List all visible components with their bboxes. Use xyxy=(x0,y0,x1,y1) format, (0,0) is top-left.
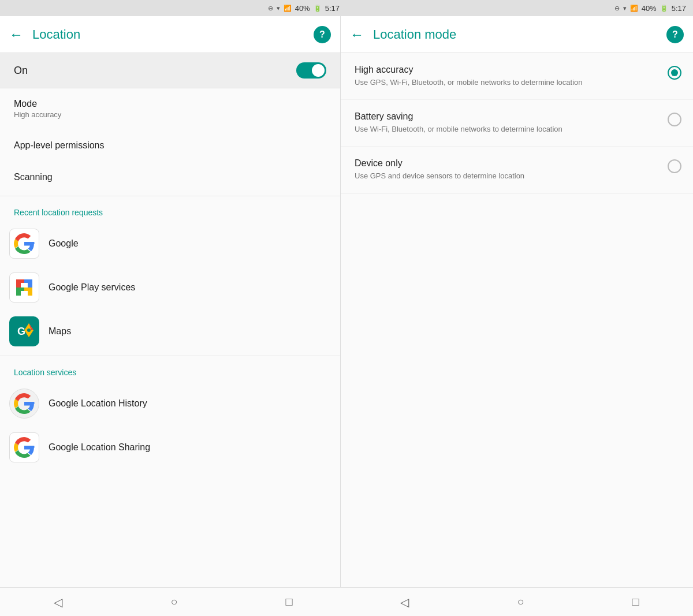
help-button-location-mode[interactable]: ? xyxy=(666,26,684,43)
battery-icon-right: 🔋 xyxy=(660,5,668,12)
menu-item-scanning[interactable]: Scanning xyxy=(0,162,340,193)
recent-nav-button-right[interactable]: □ xyxy=(620,591,650,613)
location-sharing-icon xyxy=(9,432,39,462)
home-nav-button-right[interactable]: ○ xyxy=(505,591,535,613)
radio-battery-saving[interactable]: Battery saving Use Wi-Fi, Bluetooth, or … xyxy=(341,100,693,147)
home-nav-button-left[interactable]: ○ xyxy=(159,591,189,613)
menu-item-permissions[interactable]: App-level permissions xyxy=(0,130,340,162)
status-bar-right: ⊖ ▾ 📶 40% 🔋 5:17 xyxy=(346,0,693,16)
high-accuracy-title: High accuracy xyxy=(355,65,668,75)
app-item-play-services[interactable]: Google Play services xyxy=(0,266,340,309)
divider-2 xyxy=(0,356,340,356)
status-bar-left: ⊖ ▾ 📶 40% 🔋 5:17 xyxy=(0,0,346,16)
battery-saving-content: Battery saving Use Wi-Fi, Bluetooth, or … xyxy=(355,111,668,135)
svg-text:G: G xyxy=(17,326,25,337)
back-button-location[interactable]: ← xyxy=(9,27,23,43)
app-item-location-sharing[interactable]: Google Location Sharing xyxy=(0,425,340,469)
menu-item-mode[interactable]: Mode High accuracy xyxy=(0,88,340,130)
radio-device-only[interactable]: Device only Use GPS and device sensors t… xyxy=(341,147,693,193)
svg-point-9 xyxy=(27,328,31,332)
radio-button-battery-saving[interactable] xyxy=(668,113,681,126)
nav-bar-left: ◁ ○ □ xyxy=(0,591,346,614)
location-toggle-switch[interactable] xyxy=(296,62,326,79)
radio-high-accuracy[interactable]: High accuracy Use GPS, Wi-Fi, Bluetooth,… xyxy=(341,53,693,100)
battery-saving-desc: Use Wi-Fi, Bluetooth, or mobile networks… xyxy=(355,124,668,135)
navigation-bar: ◁ ○ □ ◁ ○ □ xyxy=(0,587,693,616)
location-toggle-row[interactable]: On xyxy=(0,53,340,88)
app-name-location-history: Google Location History xyxy=(49,398,147,409)
help-button-location[interactable]: ? xyxy=(314,26,331,43)
time-right: 5:17 xyxy=(672,4,686,13)
google-app-icon xyxy=(9,229,39,259)
high-accuracy-content: High accuracy Use GPS, Wi-Fi, Bluetooth,… xyxy=(355,65,668,88)
scanning-title: Scanning xyxy=(14,172,326,182)
wifi-icon-right: ▾ xyxy=(623,5,627,12)
device-only-desc: Use GPS and device sensors to determine … xyxy=(355,171,668,181)
play-services-icon xyxy=(9,272,39,303)
back-nav-button-left[interactable]: ◁ xyxy=(42,591,74,614)
location-topbar: ← Location ? xyxy=(0,16,340,53)
recent-nav-button-left[interactable]: □ xyxy=(274,591,304,613)
battery-saving-title: Battery saving xyxy=(355,111,668,122)
app-item-maps[interactable]: G Maps xyxy=(0,309,340,353)
status-bar: ⊖ ▾ 📶 40% 🔋 5:17 ⊖ ▾ 📶 40% 🔋 5:17 xyxy=(0,0,693,16)
location-mode-title: Location mode xyxy=(373,27,666,42)
app-item-google[interactable]: Google xyxy=(0,222,340,266)
high-accuracy-desc: Use GPS, Wi-Fi, Bluetooth, or mobile net… xyxy=(355,77,668,88)
app-name-play-services: Google Play services xyxy=(49,282,135,293)
screens-container: ← Location ? On Mode High accuracy App-l… xyxy=(0,16,693,587)
mode-title: Mode xyxy=(14,99,326,109)
toggle-label: On xyxy=(14,65,28,77)
back-nav-button-right[interactable]: ◁ xyxy=(389,591,420,614)
device-only-title: Device only xyxy=(355,158,668,169)
divider-1 xyxy=(0,196,340,196)
panel-location: ← Location ? On Mode High accuracy App-l… xyxy=(0,16,341,587)
signal-icon-right: 📶 xyxy=(630,5,638,12)
location-title: Location xyxy=(32,27,314,42)
back-button-location-mode[interactable]: ← xyxy=(350,27,364,43)
battery-left: 40% xyxy=(295,4,310,13)
device-only-content: Device only Use GPS and device sensors t… xyxy=(355,158,668,181)
time-left: 5:17 xyxy=(325,4,340,13)
app-item-location-history[interactable]: Google Location History xyxy=(0,382,340,425)
app-name-google: Google xyxy=(49,238,79,249)
wifi-icon-left: ▾ xyxy=(277,5,280,12)
maps-app-icon: G xyxy=(9,316,39,346)
radio-button-device-only[interactable] xyxy=(668,159,681,173)
signal-icon-left: 📶 xyxy=(284,5,292,12)
nav-bar-right: ◁ ○ □ xyxy=(346,591,693,614)
radio-button-high-accuracy[interactable] xyxy=(668,66,681,80)
location-mode-topbar: ← Location mode ? xyxy=(341,16,693,53)
mode-subtitle: High accuracy xyxy=(14,110,326,119)
recent-requests-header: Recent location requests xyxy=(0,199,340,222)
app-name-location-sharing: Google Location Sharing xyxy=(49,442,150,453)
minus-icon-right: ⊖ xyxy=(614,5,620,12)
panel-location-mode: ← Location mode ? High accuracy Use GPS,… xyxy=(341,16,693,587)
app-name-maps: Maps xyxy=(49,326,71,337)
minus-icon-left: ⊖ xyxy=(268,5,273,12)
location-services-header: Location services xyxy=(0,359,340,382)
battery-icon-left: 🔋 xyxy=(314,5,322,12)
location-history-icon xyxy=(9,389,39,419)
permissions-title: App-level permissions xyxy=(14,140,326,151)
battery-right: 40% xyxy=(642,4,657,13)
